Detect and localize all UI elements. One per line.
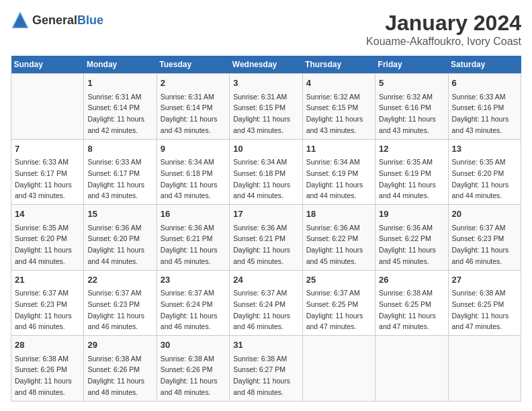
day-number: 25	[306, 273, 371, 287]
calendar-day-cell: 19Sunrise: 6:36 AMSunset: 6:22 PMDayligh…	[375, 205, 448, 271]
day-number: 21	[15, 273, 80, 287]
day-number: 14	[15, 208, 80, 221]
calendar-day-cell: 28Sunrise: 6:38 AMSunset: 6:26 PMDayligh…	[11, 336, 84, 402]
day-detail: Sunrise: 6:37 AMSunset: 6:24 PMDaylight:…	[161, 289, 218, 330]
day-detail: Sunrise: 6:38 AMSunset: 6:26 PMDaylight:…	[15, 355, 72, 396]
day-number: 22	[87, 273, 152, 287]
calendar-day-cell: 29Sunrise: 6:38 AMSunset: 6:26 PMDayligh…	[84, 336, 157, 402]
day-number: 6	[452, 77, 517, 90]
calendar-day-cell: 11Sunrise: 6:34 AMSunset: 6:19 PMDayligh…	[302, 139, 375, 205]
day-number: 12	[379, 142, 444, 156]
day-number: 20	[452, 208, 517, 221]
calendar-day-cell: 6Sunrise: 6:33 AMSunset: 6:16 PMDaylight…	[448, 74, 521, 140]
calendar-day-cell: 24Sunrise: 6:37 AMSunset: 6:24 PMDayligh…	[230, 270, 302, 336]
calendar-day-cell: 3Sunrise: 6:31 AMSunset: 6:15 PMDaylight…	[230, 74, 302, 140]
svg-marker-0	[13, 13, 28, 28]
calendar-day-cell: 14Sunrise: 6:35 AMSunset: 6:20 PMDayligh…	[11, 205, 84, 271]
day-detail: Sunrise: 6:37 AMSunset: 6:24 PMDaylight:…	[233, 289, 290, 330]
day-number: 27	[452, 273, 517, 287]
day-number: 11	[306, 142, 371, 156]
calendar-day-cell: 12Sunrise: 6:35 AMSunset: 6:19 PMDayligh…	[375, 139, 448, 205]
day-detail: Sunrise: 6:36 AMSunset: 6:21 PMDaylight:…	[233, 224, 290, 265]
logo-blue: Blue	[77, 13, 103, 27]
calendar-day-cell: 27Sunrise: 6:38 AMSunset: 6:25 PMDayligh…	[448, 270, 521, 336]
calendar-day-cell	[375, 336, 448, 402]
calendar-day-cell: 31Sunrise: 6:38 AMSunset: 6:27 PMDayligh…	[230, 336, 302, 402]
calendar-week-row: 14Sunrise: 6:35 AMSunset: 6:20 PMDayligh…	[11, 205, 521, 271]
calendar-day-cell: 23Sunrise: 6:37 AMSunset: 6:24 PMDayligh…	[157, 270, 229, 336]
logo-icon	[11, 11, 30, 30]
day-detail: Sunrise: 6:35 AMSunset: 6:20 PMDaylight:…	[452, 158, 509, 199]
calendar-day-cell: 17Sunrise: 6:36 AMSunset: 6:21 PMDayligh…	[230, 205, 302, 271]
calendar-day-cell: 5Sunrise: 6:32 AMSunset: 6:16 PMDaylight…	[375, 74, 448, 140]
day-detail: Sunrise: 6:37 AMSunset: 6:25 PMDaylight:…	[306, 289, 363, 330]
day-detail: Sunrise: 6:33 AMSunset: 6:17 PMDaylight:…	[15, 158, 72, 199]
weekday-header-tuesday: Tuesday	[157, 56, 229, 74]
calendar-day-cell: 2Sunrise: 6:31 AMSunset: 6:14 PMDaylight…	[157, 74, 229, 140]
calendar-week-row: 7Sunrise: 6:33 AMSunset: 6:17 PMDaylight…	[11, 139, 521, 205]
calendar-day-cell: 8Sunrise: 6:33 AMSunset: 6:17 PMDaylight…	[84, 139, 157, 205]
calendar-day-cell: 22Sunrise: 6:37 AMSunset: 6:23 PMDayligh…	[84, 270, 157, 336]
day-detail: Sunrise: 6:34 AMSunset: 6:18 PMDaylight:…	[233, 158, 290, 199]
day-detail: Sunrise: 6:37 AMSunset: 6:23 PMDaylight:…	[452, 224, 509, 265]
day-number: 23	[161, 273, 226, 287]
day-detail: Sunrise: 6:38 AMSunset: 6:26 PMDaylight:…	[87, 355, 144, 396]
day-detail: Sunrise: 6:38 AMSunset: 6:25 PMDaylight:…	[452, 289, 509, 330]
day-detail: Sunrise: 6:33 AMSunset: 6:16 PMDaylight:…	[452, 93, 509, 134]
day-number: 30	[161, 338, 226, 352]
day-detail: Sunrise: 6:31 AMSunset: 6:14 PMDaylight:…	[161, 93, 218, 134]
calendar-day-cell	[302, 336, 375, 402]
weekday-header-monday: Monday	[84, 56, 157, 74]
day-detail: Sunrise: 6:31 AMSunset: 6:15 PMDaylight:…	[233, 93, 290, 134]
day-number: 19	[379, 208, 444, 221]
calendar-week-row: 1Sunrise: 6:31 AMSunset: 6:14 PMDaylight…	[11, 74, 521, 140]
page-subtitle: Kouame-Akaffoukro, Ivory Coast	[366, 36, 521, 48]
day-number: 4	[306, 77, 371, 90]
day-detail: Sunrise: 6:33 AMSunset: 6:17 PMDaylight:…	[87, 158, 144, 199]
calendar-day-cell: 4Sunrise: 6:32 AMSunset: 6:15 PMDaylight…	[302, 74, 375, 140]
calendar-week-row: 28Sunrise: 6:38 AMSunset: 6:26 PMDayligh…	[11, 336, 521, 402]
day-detail: Sunrise: 6:34 AMSunset: 6:18 PMDaylight:…	[161, 158, 218, 199]
weekday-header-sunday: Sunday	[11, 56, 84, 74]
day-number: 9	[161, 142, 226, 156]
calendar-day-cell: 16Sunrise: 6:36 AMSunset: 6:21 PMDayligh…	[157, 205, 229, 271]
weekday-header-wednesday: Wednesday	[230, 56, 302, 74]
weekday-header-thursday: Thursday	[302, 56, 375, 74]
calendar-day-cell: 10Sunrise: 6:34 AMSunset: 6:18 PMDayligh…	[230, 139, 302, 205]
calendar-day-cell	[11, 74, 84, 140]
logo-general: General	[32, 13, 77, 27]
day-detail: Sunrise: 6:35 AMSunset: 6:19 PMDaylight:…	[379, 158, 436, 199]
calendar-day-cell: 1Sunrise: 6:31 AMSunset: 6:14 PMDaylight…	[84, 74, 157, 140]
day-detail: Sunrise: 6:34 AMSunset: 6:19 PMDaylight:…	[306, 158, 363, 199]
day-number: 17	[233, 208, 298, 221]
day-detail: Sunrise: 6:36 AMSunset: 6:20 PMDaylight:…	[87, 224, 144, 265]
calendar-day-cell: 15Sunrise: 6:36 AMSunset: 6:20 PMDayligh…	[84, 205, 157, 271]
day-number: 8	[87, 142, 152, 156]
calendar-day-cell: 9Sunrise: 6:34 AMSunset: 6:18 PMDaylight…	[157, 139, 229, 205]
day-number: 3	[233, 77, 298, 90]
title-block: January 2024 Kouame-Akaffoukro, Ivory Co…	[366, 11, 521, 48]
day-detail: Sunrise: 6:37 AMSunset: 6:23 PMDaylight:…	[87, 289, 144, 330]
day-number: 2	[161, 77, 226, 90]
day-detail: Sunrise: 6:37 AMSunset: 6:23 PMDaylight:…	[15, 289, 72, 330]
day-detail: Sunrise: 6:38 AMSunset: 6:27 PMDaylight:…	[233, 355, 290, 396]
day-detail: Sunrise: 6:31 AMSunset: 6:14 PMDaylight:…	[87, 93, 144, 134]
day-number: 16	[161, 208, 226, 221]
day-number: 18	[306, 208, 371, 221]
page-title: January 2024	[366, 11, 521, 36]
day-number: 1	[87, 77, 152, 90]
day-number: 29	[87, 338, 152, 352]
day-number: 13	[452, 142, 517, 156]
calendar-day-cell	[448, 336, 521, 402]
day-number: 28	[15, 338, 80, 352]
day-detail: Sunrise: 6:32 AMSunset: 6:15 PMDaylight:…	[306, 93, 363, 134]
day-number: 5	[379, 77, 444, 90]
day-number: 31	[233, 338, 298, 352]
day-number: 7	[15, 142, 80, 156]
day-detail: Sunrise: 6:38 AMSunset: 6:26 PMDaylight:…	[161, 355, 218, 396]
page-header: GeneralBlue January 2024 Kouame-Akaffouk…	[11, 11, 521, 48]
day-detail: Sunrise: 6:36 AMSunset: 6:21 PMDaylight:…	[161, 224, 218, 265]
calendar-week-row: 21Sunrise: 6:37 AMSunset: 6:23 PMDayligh…	[11, 270, 521, 336]
day-number: 10	[233, 142, 298, 156]
day-detail: Sunrise: 6:35 AMSunset: 6:20 PMDaylight:…	[15, 224, 72, 265]
